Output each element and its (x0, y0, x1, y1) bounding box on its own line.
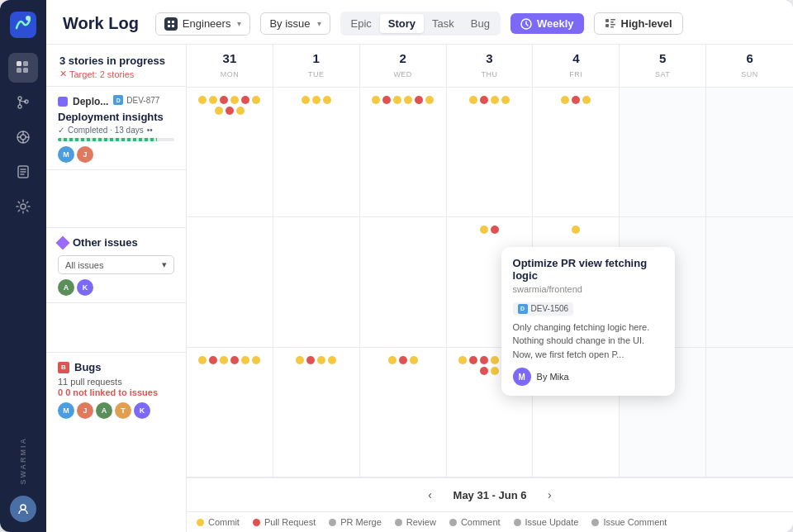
issues-dropdown[interactable]: All issues ▾ (58, 255, 174, 274)
dot (317, 356, 325, 364)
header: Work Log Engineers ▾ By issue ▾ (46, 0, 793, 45)
dot-cluster-r3-tue (278, 353, 354, 368)
bugs-avatars: M J A T K (58, 402, 174, 419)
svg-rect-3 (23, 61, 28, 66)
target-label: Target: 2 stories (69, 69, 134, 79)
team-filter-button[interactable]: Engineers ▾ (155, 12, 251, 36)
target-x-icon: ✕ (59, 69, 67, 79)
issue-filter-button[interactable]: By issue ▾ (260, 12, 330, 35)
dot (425, 96, 434, 104)
empty-row-1 (46, 170, 186, 228)
check-icon: ✓ (58, 126, 64, 135)
legend-merge-label: PR Merge (340, 517, 382, 527)
story-tab-group: Epic Story Task Bug (340, 12, 501, 36)
svg-rect-2 (17, 61, 21, 66)
bugs-not-linked: 0 0 not linked to issues (58, 387, 174, 397)
legend-issue-comment-dot (591, 519, 599, 526)
highlevel-view-button[interactable]: High-level (594, 12, 683, 35)
legend-issue-comment-label: Issue Comment (603, 517, 667, 527)
team-filter-label: Engineers (183, 17, 231, 30)
legend-merge-dot (329, 519, 336, 526)
dot (393, 96, 401, 104)
dot (306, 356, 315, 364)
sidebar-item-analytics[interactable] (8, 122, 38, 152)
tab-bug[interactable]: Bug (463, 14, 498, 33)
dot (328, 356, 336, 364)
dot (220, 356, 228, 364)
tab-story[interactable]: Story (380, 14, 424, 33)
bugs-avatar-3: A (96, 402, 112, 419)
bugs-avatar-5: K (134, 402, 150, 419)
dot-cluster-r1-tue (278, 93, 354, 107)
more-icon[interactable]: •• (147, 126, 153, 135)
progress-bar-fill (58, 138, 157, 141)
dot (241, 356, 249, 364)
sidebar-item-files[interactable] (8, 157, 38, 187)
sidebar-item-dashboard[interactable] (8, 53, 38, 83)
diamond-icon (56, 235, 70, 249)
weekly-view-button[interactable]: Weekly (510, 13, 584, 34)
dot-cluster-r2-fri (538, 222, 614, 237)
sidebar-user-avatar[interactable] (10, 496, 36, 522)
weekly-view-label: Weekly (537, 17, 574, 30)
legend-issue-update: Issue Update (514, 517, 579, 527)
highlevel-view-label: High-level (621, 17, 672, 30)
tooltip-issue-id: DEV-1506 (531, 304, 569, 313)
cal-cell-r3-wed (360, 348, 447, 477)
cal-cell-r2-wed (360, 217, 447, 346)
dot (501, 96, 510, 104)
dot (491, 226, 499, 234)
svg-rect-22 (605, 24, 609, 27)
tooltip-body: Only changing fetching logic here. Nothi… (513, 321, 663, 362)
dot (458, 356, 467, 364)
legend-review: Review (395, 517, 436, 527)
dot (491, 367, 499, 375)
tab-epic[interactable]: Epic (343, 14, 380, 33)
bugs-pr-count: 11 pull requests (58, 377, 174, 387)
tab-task[interactable]: Task (424, 14, 463, 33)
sidebar-logo[interactable] (8, 10, 38, 40)
prev-week-button[interactable]: ‹ (420, 485, 440, 505)
calendar-header: 31 MON 1 TUE 2 WED 3 THU (187, 45, 793, 88)
cal-row-3 (187, 348, 793, 477)
legend-issue-update-label: Issue Update (525, 517, 579, 527)
team-filter-chevron: ▾ (237, 19, 241, 28)
bugs-section: B Bugs 11 pull requests 0 0 not linked t… (46, 353, 186, 425)
tooltip-author-name: By Mika (537, 372, 569, 382)
cal-cell-r2-tue (273, 217, 360, 346)
issue-filter-chevron: ▾ (317, 19, 321, 28)
legend-comment-label: Comment (461, 517, 501, 527)
stories-target: ✕ Target: 2 stories (59, 69, 173, 79)
avatar-2: J (77, 146, 93, 163)
epic-header: Deplo... D DEV-877 (58, 95, 174, 107)
dot (198, 356, 207, 364)
other-avatar-2: K (77, 279, 93, 296)
sidebar-item-settings[interactable] (8, 192, 38, 221)
dot (469, 96, 477, 104)
dot (230, 96, 239, 104)
legend-commit-label: Commit (208, 517, 240, 527)
tooltip-issue-icon: D (518, 304, 528, 314)
tooltip-author-avatar: M (513, 368, 531, 386)
dot-cluster-r3-wed (365, 353, 441, 368)
dot (399, 356, 407, 364)
dot (226, 107, 234, 115)
dot (236, 107, 245, 115)
cal-cell-r1-fri (533, 88, 620, 216)
dot (469, 356, 477, 364)
next-week-button[interactable]: › (539, 485, 559, 505)
cal-header-wed: 2 WED (360, 45, 447, 87)
bug-icon: B (58, 362, 69, 373)
completed-tag: ✓ Completed · 13 days •• (58, 126, 174, 135)
dot (491, 96, 499, 104)
cal-cell-r2-sun (706, 217, 793, 346)
team-filter-icon (164, 17, 178, 31)
dot (415, 96, 423, 104)
dot (198, 96, 207, 104)
cal-header-mon: 31 MON (187, 45, 273, 87)
legend-bar: Commit Pull Request PR Merge Review (187, 511, 793, 532)
tooltip-card: Optimize PR view fetching logic swarmia/… (501, 247, 675, 396)
legend-pr: Pull Request (253, 517, 316, 527)
dot (323, 96, 331, 104)
sidebar-item-branches[interactable] (8, 88, 38, 117)
